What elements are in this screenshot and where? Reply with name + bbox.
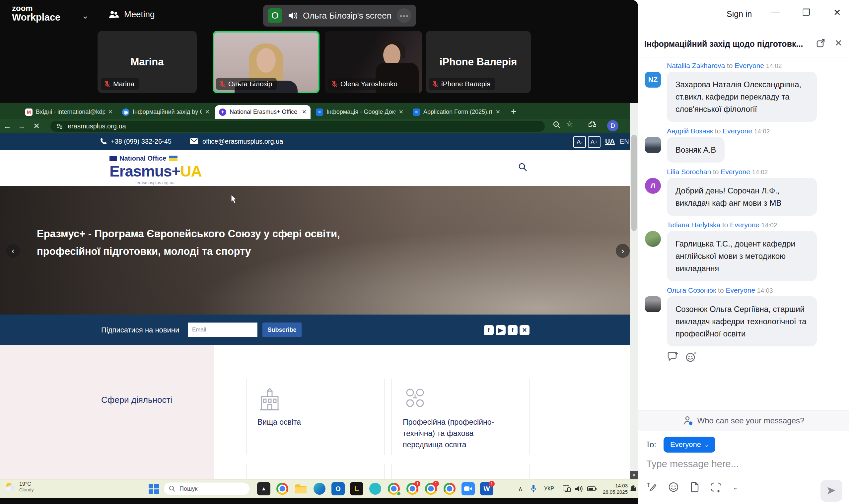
- privacy-notice[interactable]: Who can see your messages?: [638, 410, 849, 431]
- newsletter-email-input[interactable]: [188, 323, 257, 337]
- message-bubble[interactable]: Добрий день! Сорочан Л.Ф., викладач каф …: [667, 178, 817, 216]
- taskbar-app-chrome-notification-icon-2[interactable]: 1: [424, 482, 438, 496]
- taskbar-app-chrome-icon[interactable]: [276, 482, 289, 496]
- sender-name[interactable]: Ольга Созонюк: [667, 286, 716, 294]
- taskbar-app-outlook-icon[interactable]: O: [331, 482, 345, 496]
- tray-mic-icon[interactable]: [530, 480, 537, 498]
- taskbar-weather-widget[interactable]: 19°C Cloudy: [5, 481, 34, 492]
- message-bubble[interactable]: Захарова Наталія Олександрівна, ст.викл.…: [667, 72, 817, 122]
- minimize-icon[interactable]: —: [771, 7, 780, 18]
- tab-close-icon[interactable]: ✕: [496, 108, 500, 115]
- tab-close-icon[interactable]: ✕: [302, 108, 307, 115]
- video-tile-olha-bilozir-active-speaker[interactable]: Ольга Білозір: [213, 31, 320, 93]
- message-bubble[interactable]: Возняк А.В: [667, 137, 725, 163]
- recipient-name[interactable]: Everyone: [721, 168, 750, 176]
- video-tile-iphone-valeriia[interactable]: iPhone Валерія iPhone Валерія: [426, 31, 531, 93]
- tray-volume-icon[interactable]: [575, 480, 583, 498]
- chat-message-input[interactable]: Type message here...: [646, 458, 739, 469]
- attach-file-icon[interactable]: [690, 482, 699, 492]
- tray-cast-icon[interactable]: [563, 480, 571, 498]
- card-vocational-education[interactable]: Професійна (професійно-технічна) та фахо…: [392, 379, 530, 455]
- font-decrease-button[interactable]: A-: [573, 137, 586, 148]
- recipient-name[interactable]: Everyone: [735, 62, 764, 69]
- maximize-icon[interactable]: ❐: [802, 7, 810, 18]
- more-options-chevron-icon[interactable]: ⌄: [733, 483, 738, 491]
- site-info-icon[interactable]: [56, 123, 63, 130]
- close-window-icon[interactable]: ✕: [833, 7, 841, 18]
- tray-language[interactable]: УКР: [544, 480, 554, 498]
- address-bar[interactable]: erasmusplus.org.ua: [50, 121, 545, 132]
- taskbar-search[interactable]: Пошук: [163, 482, 250, 496]
- screen-share-indicator[interactable]: O Ольга Білозір's screen ⋯: [263, 5, 416, 26]
- format-text-icon[interactable]: T: [646, 482, 657, 492]
- taskbar-app-chrome-plain-icon[interactable]: [443, 482, 456, 496]
- taskbar-app-file-explorer-icon[interactable]: [294, 482, 308, 496]
- sign-in-button[interactable]: Sign in: [727, 9, 752, 19]
- emoji-icon[interactable]: [668, 482, 679, 492]
- browser-tab-gmail[interactable]: M Вхідні - international@kdpu.ed ✕: [21, 105, 117, 119]
- video-tile-olena-yaroshenko[interactable]: Olena Yaroshenko: [325, 31, 422, 93]
- forward-icon[interactable]: →: [15, 122, 29, 131]
- taskbar-app-chrome-notification-icon[interactable]: 1: [406, 482, 419, 496]
- lang-en-button[interactable]: EN: [620, 138, 629, 145]
- recipient-name[interactable]: Everyone: [730, 221, 759, 229]
- zoom-page-icon[interactable]: [552, 120, 561, 129]
- add-reaction-icon[interactable]: [685, 352, 697, 362]
- share-options-button[interactable]: ⋯: [397, 8, 411, 23]
- tray-battery-icon[interactable]: [587, 480, 597, 498]
- slider-next-button[interactable]: ›: [616, 244, 630, 258]
- taskbar-app-edge-icon[interactable]: [313, 482, 326, 496]
- taskbar-app-l-icon[interactable]: L: [350, 482, 363, 496]
- sender-name[interactable]: Андрій Возняк: [667, 127, 713, 135]
- card-higher-education[interactable]: Вища освіта: [246, 379, 384, 455]
- browser-tab-zoom-event[interactable]: ◉ Інформаційний захід by Olen ✕: [118, 105, 214, 119]
- x-twitter-icon[interactable]: ✕: [520, 325, 529, 335]
- tray-notification-bell-icon[interactable]: z: [630, 480, 637, 498]
- tray-show-hidden-icons[interactable]: ∧: [518, 480, 523, 498]
- sender-name[interactable]: Nataliia Zakharova: [667, 62, 725, 69]
- facebook-icon[interactable]: f: [484, 325, 494, 335]
- pop-out-icon[interactable]: [816, 38, 826, 48]
- sender-name[interactable]: Lilia Sorochan: [667, 168, 711, 176]
- tab-close-icon[interactable]: ✕: [108, 108, 113, 115]
- site-phone[interactable]: +38 (099) 332-26-45: [111, 138, 171, 145]
- message-bubble[interactable]: Созонюк Ольга Сергіївна, старший виклада…: [667, 296, 817, 346]
- stop-loading-icon[interactable]: ✕: [29, 122, 44, 131]
- page-scrollbar-thumb[interactable]: [631, 135, 637, 231]
- back-icon[interactable]: ←: [0, 122, 15, 131]
- site-logo[interactable]: National Office Erasmus+UA erasmusplus.o…: [109, 155, 202, 185]
- facebook-icon-2[interactable]: f: [508, 325, 518, 335]
- youtube-icon[interactable]: ▶: [496, 325, 506, 335]
- browser-tab-application-form[interactable]: ≡ Application Form (2025).rtf - G ✕: [409, 105, 504, 119]
- start-button[interactable]: [149, 484, 159, 494]
- browser-tab-google-doc[interactable]: ≡ Інформація - Google Докумен ✕: [312, 105, 408, 119]
- new-tab-button[interactable]: +: [511, 106, 516, 117]
- recipient-name[interactable]: Everyone: [723, 127, 752, 135]
- taskbar-app-photos-icon[interactable]: ▲: [257, 482, 270, 496]
- site-email[interactable]: office@erasmusplus.org.ua: [202, 138, 283, 145]
- tray-clock[interactable]: 14:03 28.05.2025: [599, 480, 628, 498]
- taskbar-app-chrome-profile-icon[interactable]: [387, 482, 400, 496]
- font-increase-button[interactable]: A+: [588, 137, 600, 148]
- tab-close-icon[interactable]: ✕: [399, 108, 403, 115]
- tab-meeting[interactable]: Meeting: [108, 9, 155, 20]
- send-message-button[interactable]: [820, 480, 842, 502]
- taskbar-app-media-icon[interactable]: [368, 482, 382, 496]
- screenshot-icon[interactable]: [711, 482, 721, 492]
- close-chat-icon[interactable]: ✕: [835, 38, 842, 49]
- taskbar-app-word-icon[interactable]: W1: [480, 482, 493, 496]
- video-tile-marina[interactable]: Marina Marina: [97, 31, 197, 93]
- reply-in-thread-icon[interactable]: [667, 352, 678, 362]
- recipient-name[interactable]: Everyone: [726, 286, 755, 294]
- chevron-down-icon[interactable]: ⌄: [82, 11, 89, 21]
- tab-close-icon[interactable]: ✕: [205, 108, 210, 115]
- bookmark-star-icon[interactable]: ☆: [566, 120, 573, 129]
- slider-prev-button[interactable]: ‹: [6, 244, 20, 258]
- browser-profile-avatar[interactable]: D: [607, 120, 618, 131]
- browser-tab-erasmus-active[interactable]: ✦ National Erasmus+ Office in Uk ✕: [215, 105, 310, 119]
- sender-name[interactable]: Tetiana Harlytska: [667, 221, 720, 229]
- taskbar-app-zoom-icon[interactable]: [462, 482, 475, 496]
- extensions-icon[interactable]: [588, 120, 597, 129]
- message-bubble[interactable]: Гарлицька Т.С., доцент кафедри англійськ…: [667, 231, 817, 281]
- lang-ua-button[interactable]: UA: [605, 138, 615, 145]
